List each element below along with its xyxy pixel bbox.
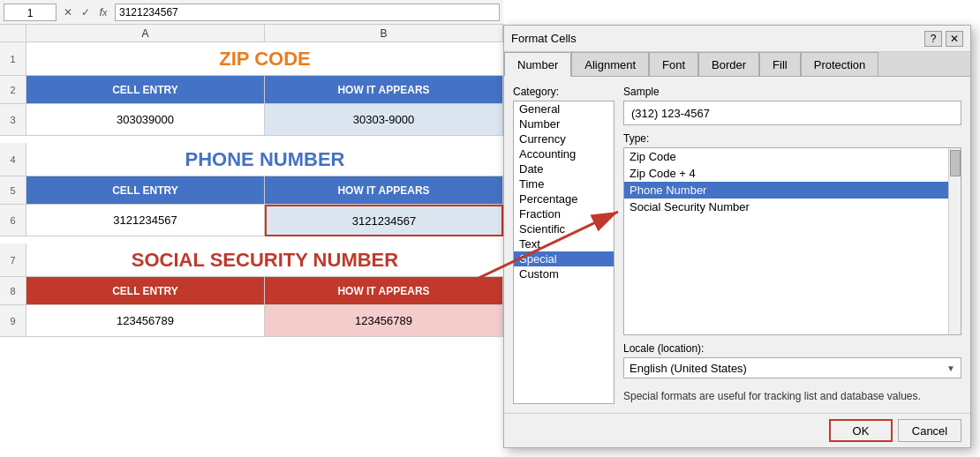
phone-header-row: 5 CELL ENTRY HOW IT APPEARS	[0, 176, 503, 205]
phone-appears-cell[interactable]: 3121234567	[265, 205, 503, 236]
ssn-section: 7 SOCIAL SECURITY NUMBER 8 CELL ENTRY HO…	[0, 243, 503, 337]
phone-entry-cell[interactable]: 3121234567	[26, 205, 265, 236]
row-num-8: 8	[0, 277, 26, 305]
confirm-formula-icon[interactable]: ✓	[78, 4, 94, 20]
category-panel: Category: General Number Currency Accoun…	[513, 86, 614, 404]
phone-title-row: 4 PHONE NUMBER	[0, 143, 503, 176]
locale-select[interactable]: English (United States) ▼	[623, 357, 961, 378]
dialog-controls: ? ✕	[924, 31, 963, 47]
ok-button[interactable]: OK	[829, 419, 893, 442]
ssn-header-row: 8 CELL ENTRY HOW IT APPEARS	[0, 277, 503, 305]
cell-ref-box[interactable]: 1	[4, 4, 57, 21]
type-zip-code-4[interactable]: Zip Code + 4	[624, 165, 961, 182]
ssn-title: SOCIAL SECURITY NUMBER	[26, 243, 503, 277]
row-num-4: 4	[0, 143, 26, 176]
tab-number[interactable]: Number	[504, 52, 571, 77]
row-num-7: 7	[0, 243, 26, 277]
category-percentage[interactable]: Percentage	[514, 191, 614, 206]
category-currency[interactable]: Currency	[514, 131, 614, 146]
ssn-header-appears: HOW IT APPEARS	[265, 277, 503, 305]
sample-box: (312) 123-4567	[623, 101, 961, 125]
sample-section: Sample (312) 123-4567	[623, 86, 961, 125]
tab-protection[interactable]: Protection	[801, 52, 879, 76]
dialog-footer: OK Cancel	[504, 413, 970, 447]
zip-data-row: 3 303039000 30303-9000	[0, 104, 503, 136]
type-scrollbar[interactable]	[948, 148, 961, 334]
category-special[interactable]: Special	[514, 251, 614, 266]
dialog-help-button[interactable]: ?	[924, 31, 942, 47]
format-cells-dialog: Format Cells ? ✕ Number Alignment Font B…	[503, 25, 971, 448]
row-num-5: 5	[0, 176, 26, 205]
description-text: Special formats are useful for tracking …	[623, 389, 961, 404]
type-label: Type:	[623, 132, 961, 145]
zip-section: 1 ZIP CODE 2 CELL ENTRY HOW IT APPEARS 3…	[0, 42, 503, 136]
row-num-6: 6	[0, 205, 26, 236]
tab-fill[interactable]: Fill	[759, 52, 801, 76]
formula-input[interactable]	[115, 4, 500, 21]
dialog-body: Category: General Number Currency Accoun…	[504, 77, 970, 413]
category-time[interactable]: Time	[514, 176, 614, 191]
dialog-close-button[interactable]: ✕	[946, 31, 963, 47]
dialog-title: Format Cells	[511, 32, 577, 45]
phone-header-entry: CELL ENTRY	[26, 176, 265, 205]
category-general[interactable]: General	[514, 101, 614, 116]
tab-alignment[interactable]: Alignment	[571, 52, 649, 76]
row-num-1: 1	[0, 42, 26, 76]
dialog-tabs: Number Alignment Font Border Fill Protec…	[504, 52, 970, 77]
category-fraction[interactable]: Fraction	[514, 206, 614, 221]
spreadsheet: 1 ✕ ✓ fx A B 1 ZIP CODE 2 CELL ENTRY HOW…	[0, 0, 503, 457]
category-text[interactable]: Text	[514, 236, 614, 251]
zip-title-row: 1 ZIP CODE	[0, 42, 503, 76]
ssn-data-row: 9 123456789 123456789	[0, 305, 503, 337]
category-date[interactable]: Date	[514, 161, 614, 176]
locale-section: Locale (location): English (United State…	[623, 342, 961, 378]
cancel-formula-icon[interactable]: ✕	[60, 4, 76, 20]
row-num-2: 2	[0, 76, 26, 104]
zip-entry-cell[interactable]: 303039000	[26, 104, 265, 136]
row-num-header	[0, 25, 26, 41]
cancel-button[interactable]: Cancel	[898, 419, 961, 442]
column-headers: A B	[0, 25, 503, 42]
type-phone-number[interactable]: Phone Number	[624, 182, 961, 199]
insert-function-icon[interactable]: fx	[95, 4, 111, 20]
type-zip-code[interactable]: Zip Code	[624, 148, 961, 165]
zip-appears-cell[interactable]: 30303-9000	[265, 104, 503, 136]
zip-title: ZIP CODE	[26, 42, 503, 76]
row-num-3: 3	[0, 104, 26, 136]
zip-header-row: 2 CELL ENTRY HOW IT APPEARS	[0, 76, 503, 104]
ssn-header-entry: CELL ENTRY	[26, 277, 265, 305]
sheet-content: 1 ZIP CODE 2 CELL ENTRY HOW IT APPEARS 3…	[0, 42, 503, 337]
phone-title: PHONE NUMBER	[26, 143, 503, 176]
ssn-appears-cell[interactable]: 123456789	[265, 305, 503, 337]
col-a-header[interactable]: A	[26, 25, 265, 41]
tab-border[interactable]: Border	[698, 52, 759, 76]
formula-bar: 1 ✕ ✓ fx	[0, 0, 503, 25]
ssn-title-row: 7 SOCIAL SECURITY NUMBER	[0, 243, 503, 277]
row-num-9: 9	[0, 305, 26, 337]
right-panel: Sample (312) 123-4567 Type: Zip Code Zip…	[623, 86, 961, 404]
category-list[interactable]: General Number Currency Accounting Date …	[513, 101, 614, 404]
type-ssn[interactable]: Social Security Number	[624, 199, 961, 215]
type-section: Type: Zip Code Zip Code + 4 Phone Number…	[623, 132, 961, 335]
tab-font[interactable]: Font	[649, 52, 698, 76]
locale-value: English (United States)	[629, 362, 747, 375]
type-scrollbar-thumb	[950, 150, 961, 176]
locale-label: Locale (location):	[623, 342, 961, 355]
category-number[interactable]: Number	[514, 116, 614, 131]
col-b-header[interactable]: B	[265, 25, 503, 41]
category-scientific[interactable]: Scientific	[514, 221, 614, 236]
category-custom[interactable]: Custom	[514, 266, 614, 281]
formula-icons: ✕ ✓ fx	[60, 4, 111, 20]
category-label: Category:	[513, 86, 614, 98]
phone-data-row: 6 3121234567 3121234567	[0, 205, 503, 236]
dialog-titlebar: Format Cells ? ✕	[504, 26, 970, 52]
type-list[interactable]: Zip Code Zip Code + 4 Phone Number Socia…	[623, 147, 961, 335]
locale-dropdown-icon: ▼	[946, 363, 955, 373]
phone-header-appears: HOW IT APPEARS	[265, 176, 503, 205]
zip-header-appears: HOW IT APPEARS	[265, 76, 503, 104]
sample-label: Sample	[623, 86, 961, 98]
ssn-entry-cell[interactable]: 123456789	[26, 305, 265, 337]
phone-section: 4 PHONE NUMBER 5 CELL ENTRY HOW IT APPEA…	[0, 143, 503, 236]
zip-header-entry: CELL ENTRY	[26, 76, 265, 104]
category-accounting[interactable]: Accounting	[514, 146, 614, 161]
